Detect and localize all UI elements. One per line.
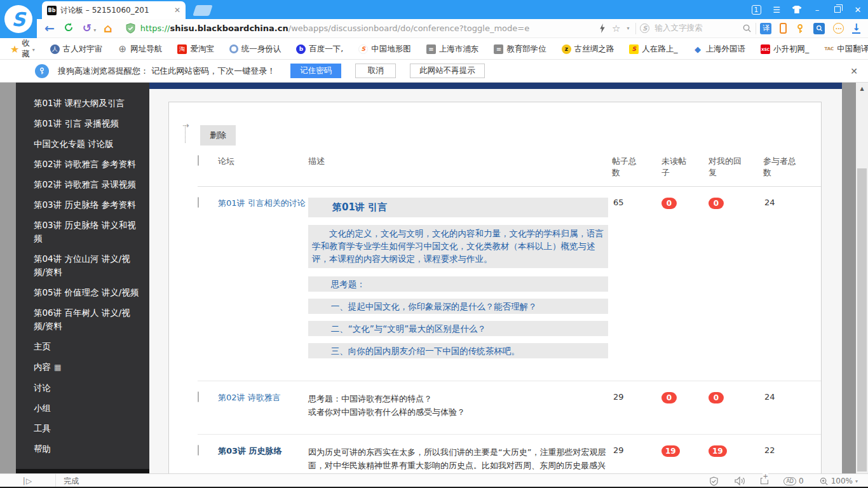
page-icon: ≡ bbox=[426, 44, 436, 54]
undo-button[interactable]: ↺ bbox=[83, 23, 92, 34]
row-checkbox[interactable] bbox=[198, 391, 199, 402]
undo-dropdown-icon[interactable]: ▾ bbox=[93, 27, 96, 33]
minimize-button[interactable]: – bbox=[807, 0, 827, 19]
row-checkbox[interactable] bbox=[198, 445, 199, 456]
address-dropdown-icon[interactable]: ▾ bbox=[627, 25, 629, 31]
bookmark-item[interactable]: ◆上海外国语 bbox=[693, 44, 746, 55]
select-all-checkbox[interactable] bbox=[198, 155, 199, 166]
download-button[interactable]: ↓ bbox=[852, 23, 860, 34]
header-total-posts[interactable]: 帖子总数 bbox=[612, 156, 640, 179]
header-forum[interactable]: 论坛 bbox=[218, 156, 308, 167]
bookmark-item[interactable]: TAC中国翻译协 bbox=[824, 44, 868, 55]
never-remind-button[interactable]: 此网站不再提示 bbox=[410, 64, 485, 78]
browser-tab[interactable]: Bb 讨论板 – 52151060_201 ✕ bbox=[42, 1, 186, 19]
sidebar-item[interactable]: 第01讲 课程大纲及引言 bbox=[34, 97, 140, 110]
replies-badge[interactable]: 0 bbox=[709, 392, 724, 403]
cancel-button[interactable]: 取消 bbox=[355, 64, 396, 78]
bookmark-item[interactable]: 淘爱淘宝 bbox=[177, 44, 214, 55]
bookmark-item[interactable]: ⊕网址导航 bbox=[118, 44, 162, 55]
zoom-control[interactable]: 100% ▾ bbox=[819, 477, 858, 486]
address-bar[interactable]: https://shisu.blackboardchina.cn/webapps… bbox=[121, 23, 593, 34]
header-replies-to-me[interactable]: 对我的回复 bbox=[709, 156, 745, 179]
favorites-star-icon[interactable]: ★ bbox=[10, 43, 19, 55]
bookmark-item[interactable]: 统一身份认 bbox=[229, 44, 281, 55]
forum-link[interactable]: 第03讲 历史脉络 bbox=[218, 446, 282, 456]
mobile-phone-button[interactable] bbox=[780, 23, 787, 34]
favorites-label[interactable]: 收藏 bbox=[22, 39, 30, 60]
tab-count-button[interactable]: 1 bbox=[746, 0, 766, 19]
bookmark-item[interactable]: XSC小升初网_ bbox=[761, 44, 809, 55]
sidebar-item[interactable]: 讨论 bbox=[34, 381, 140, 395]
reorder-arrow-icon[interactable] bbox=[185, 125, 194, 143]
forum-table: 论坛 描述 帖子总数 未读帖子 对我的回复 参与者总数 第01讲 引言相关的讨论… bbox=[198, 156, 821, 473]
unread-badge[interactable]: 19 bbox=[661, 445, 680, 457]
bookmark-item[interactable]: z古丝绸之路 bbox=[562, 44, 614, 55]
sogou-logo[interactable]: S bbox=[0, 0, 37, 38]
sidebar-item[interactable]: 主页 bbox=[34, 340, 140, 353]
security-check-icon[interactable] bbox=[709, 477, 719, 486]
bookmark-item[interactable]: S中国地形图 bbox=[358, 44, 411, 55]
page-search-button[interactable] bbox=[813, 23, 825, 34]
refresh-button[interactable] bbox=[64, 22, 74, 34]
bookmark-item[interactable]: S人在路上_ bbox=[629, 44, 677, 55]
unread-badge[interactable]: 0 bbox=[661, 198, 677, 209]
sidebar-item[interactable]: 工具 bbox=[34, 422, 140, 435]
inner-frame-scrollbar[interactable] bbox=[842, 83, 856, 473]
sidebar-item[interactable]: 内容▦ bbox=[34, 360, 140, 374]
password-key-button[interactable] bbox=[795, 24, 805, 34]
skin-button[interactable] bbox=[787, 0, 807, 19]
sidebar-item[interactable]: 第02讲 诗歌雅言 参考资料 bbox=[34, 158, 140, 171]
replies-badge[interactable]: 19 bbox=[709, 445, 727, 457]
sidebar-item[interactable]: 第04讲 方位山河 讲义/视频/资料 bbox=[34, 252, 140, 279]
sidebar-toggle-icon[interactable]: |▷ bbox=[0, 474, 56, 488]
close-window-button[interactable]: ✕ bbox=[848, 0, 868, 19]
search-icon[interactable] bbox=[742, 24, 752, 33]
bookmark-label: 爱淘宝 bbox=[190, 44, 214, 55]
tab-close-icon[interactable]: ✕ bbox=[174, 6, 180, 15]
restore-button[interactable] bbox=[827, 0, 848, 19]
feedback-button[interactable]: ··· bbox=[833, 23, 844, 34]
scroll-up-icon[interactable]: ▲ bbox=[856, 83, 868, 92]
menu-button[interactable]: ☰ bbox=[766, 0, 787, 19]
zoom-level: 100% bbox=[831, 477, 853, 485]
replies-badge[interactable]: 0 bbox=[709, 198, 724, 209]
bookmark-item[interactable]: 人古人对宇宙 bbox=[50, 44, 103, 55]
url-text[interactable]: https://shisu.blackboardchina.cn/webapps… bbox=[140, 24, 529, 33]
sidebar-item[interactable]: 第05讲 价值理念 讲义/视频 bbox=[34, 286, 140, 299]
translate-button[interactable]: 译 bbox=[760, 23, 771, 34]
remember-password-button[interactable]: 记住密码 bbox=[290, 64, 341, 78]
home-button[interactable]: ⌂ bbox=[104, 22, 112, 34]
forum-link[interactable]: 第02讲 诗歌雅言 bbox=[218, 393, 281, 402]
delete-button[interactable]: 删除 bbox=[200, 125, 236, 146]
sidebar-item[interactable]: 第03讲 历史脉络 讲义和视频 bbox=[34, 219, 140, 245]
forum-link[interactable]: 第01讲 引言相关的讨论 bbox=[218, 198, 306, 208]
sidebar-item[interactable]: 第03讲 历史脉络 参考资料 bbox=[34, 198, 140, 212]
browser-scrollbar[interactable]: ▲ bbox=[856, 83, 868, 473]
unread-badge[interactable]: 0 bbox=[661, 392, 677, 403]
back-button[interactable]: ← bbox=[44, 22, 55, 34]
sidebar-item[interactable]: 第06讲 百年树人 讲义/视频/资料 bbox=[34, 306, 140, 333]
bookmark-label: 人在路上_ bbox=[642, 44, 677, 55]
header-total-participants[interactable]: 参与者总数 bbox=[763, 156, 800, 179]
bookmark-item[interactable]: b百度一下, bbox=[296, 44, 343, 55]
search-box[interactable]: S 输入文字搜索 bbox=[636, 23, 756, 34]
sidebar-item[interactable]: 第01讲 引言 录播视频 bbox=[34, 117, 140, 130]
sidebar-item[interactable]: 第02讲 诗歌雅言 录课视频 bbox=[34, 178, 140, 191]
course-menu-sidebar: 第01讲 课程大纲及引言第01讲 引言 录播视频中国文化专题 讨论版第02讲 诗… bbox=[16, 83, 149, 473]
scrollbar-thumb[interactable] bbox=[857, 168, 867, 471]
notification-close-icon[interactable]: ✕ bbox=[850, 66, 858, 76]
row-checkbox[interactable] bbox=[198, 197, 199, 208]
table-header-row: 论坛 描述 帖子总数 未读帖子 对我的回复 参与者总数 bbox=[198, 156, 821, 187]
ad-blocker[interactable]: AD 0 bbox=[783, 477, 803, 485]
new-tab-button[interactable] bbox=[193, 5, 213, 16]
sidebar-item[interactable]: 帮助 bbox=[34, 442, 140, 456]
sidebar-item[interactable]: 中国文化专题 讨论版 bbox=[34, 137, 140, 151]
bookmark-item[interactable]: ≡教育部学位 bbox=[494, 44, 546, 55]
lightning-icon[interactable] bbox=[599, 24, 606, 33]
capture-icon[interactable] bbox=[761, 478, 768, 484]
bookmark-item[interactable]: ≡上海市浦东 bbox=[426, 44, 479, 55]
bookmark-star-icon[interactable]: ☆ bbox=[612, 23, 620, 34]
sidebar-item[interactable]: 小组 bbox=[34, 402, 140, 415]
header-unread-posts[interactable]: 未读帖子 bbox=[661, 156, 689, 179]
speaker-icon[interactable] bbox=[734, 477, 745, 485]
